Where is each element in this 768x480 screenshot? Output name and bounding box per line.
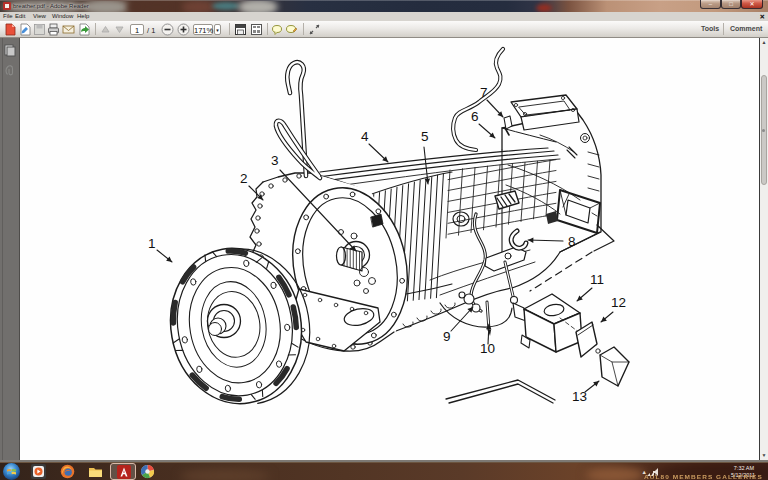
svg-text:11: 11 bbox=[590, 272, 604, 287]
svg-text:8: 8 bbox=[568, 234, 576, 249]
svg-text:6: 6 bbox=[471, 109, 479, 124]
svg-text:9: 9 bbox=[443, 329, 451, 344]
svg-text:4: 4 bbox=[361, 129, 369, 144]
svg-text:7: 7 bbox=[480, 85, 488, 100]
svg-text:5: 5 bbox=[421, 129, 429, 144]
svg-text:2: 2 bbox=[240, 171, 248, 186]
svg-text:12: 12 bbox=[611, 295, 626, 310]
svg-text:1: 1 bbox=[148, 236, 156, 251]
svg-text:13: 13 bbox=[572, 389, 587, 404]
svg-text:3: 3 bbox=[271, 153, 279, 168]
svg-text:10: 10 bbox=[480, 341, 495, 356]
